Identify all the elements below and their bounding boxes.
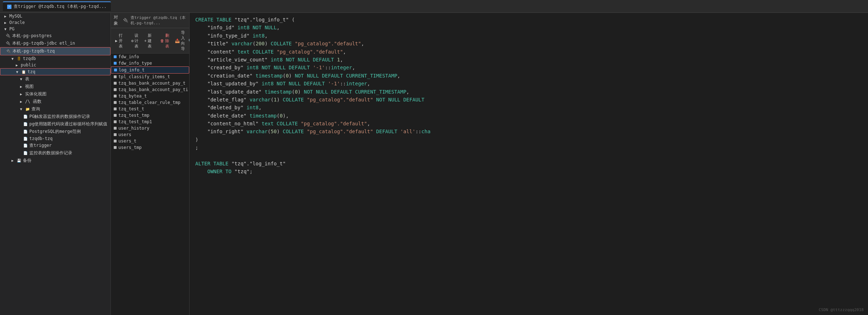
object-item-users-t[interactable]: users_t (111, 138, 189, 144)
query-icon-4: 📄 (23, 136, 28, 141)
sidebar-label-pg-tzqdb-jdbc: 本机-pg-tzqdb-jdbc etl_in (12, 40, 75, 46)
sidebar-label-query-4: tzqdb-tzq (29, 136, 53, 141)
sidebar-item-views[interactable]: ▶ 视图 (0, 83, 111, 90)
object-label-tzq-test-tmp1: tzq_test_tmp1 (118, 119, 152, 124)
sidebar-label-query-1: PG触发器监控表的数据操作记录 (29, 114, 90, 120)
sidebar-item-pg-tzqdb-tzq[interactable]: 🔌 本机-pg-tzqdb-tzq (0, 47, 111, 55)
sidebar-item-pg-postgres[interactable]: 🔌 本机-pg-postgres (0, 32, 111, 40)
query-icon-3: 📄 (23, 129, 28, 134)
sidebar-label-functions: /\ 函数 (25, 99, 41, 105)
object-item-fdw-info[interactable]: fdw_info (111, 54, 189, 60)
object-item-fdw-info-type[interactable]: fdw_info_type (111, 60, 189, 66)
design-label: 设计表 (134, 33, 138, 49)
sidebar-item-query-6[interactable]: 📄 监控表的数据操作记录 (0, 149, 111, 157)
new-table-button[interactable]: + 新建表 (142, 32, 154, 50)
queries-folder-icon: 📁 (25, 107, 30, 112)
delete-table-button[interactable]: 🗑 删除表 (158, 32, 171, 50)
object-item-user-history[interactable]: user_history (111, 125, 189, 131)
sidebar-label-tzqdb: tzqdb (23, 56, 36, 61)
query-icon-2: 📄 (23, 122, 28, 127)
sidebar-item-queries[interactable]: ▼ 📁 查询 (0, 105, 111, 113)
sidebar-item-query-3[interactable]: 📄 PostgreSQL的merge范例 (0, 128, 111, 135)
object-item-tzq-bytea-t[interactable]: tzq_bytea_t (111, 93, 189, 99)
object-item-tzq-test-tmp[interactable]: tzq_test_tmp (111, 112, 189, 119)
object-item-tzq-table-clear[interactable]: tzq_table_clear_rule_tmp (111, 99, 189, 106)
table-dot-tzq-test-t (114, 108, 117, 110)
sidebar-label-oracle: Oracle (9, 20, 25, 25)
object-label-tzq-bytea-t: tzq_bytea_t (118, 94, 147, 99)
collapse-icon-views: ▶ (19, 84, 24, 89)
object-item-users-tmp[interactable]: users_tmp (111, 144, 189, 151)
sidebar-label-pg: PG (9, 26, 14, 31)
sidebar-item-matviews[interactable]: ▶ 实体化视图 (0, 90, 111, 98)
backup-icon: 💾 (16, 158, 21, 163)
table-dot-tzq-bas-pay-ti (114, 88, 117, 91)
db-icon-tzqdb-tzq: 🔌 (6, 49, 11, 54)
sidebar-item-query-5[interactable]: 📄 查trigger (0, 142, 111, 149)
open-table-button[interactable]: ▶ 打开表 (113, 32, 125, 50)
sidebar-item-functions[interactable]: ▶ /\ 函数 (0, 98, 111, 105)
sidebar-label-tables: 表 (25, 76, 29, 82)
object-label-tzq-table-clear: tzq_table_clear_rule_tmp (118, 100, 180, 105)
top-bar: ⚡ 查trigger @tzqdb.tzq (本机-pg-tzqd... (0, 0, 868, 13)
object-label-users-tmp: users_tmp (118, 145, 142, 150)
expand-icon-queries: ▼ (19, 107, 24, 112)
object-label-users-t: users_t (118, 139, 137, 144)
sidebar-item-query-1[interactable]: 📄 PG触发器监控表的数据操作记录 (0, 113, 111, 120)
sidebar-item-pg-tzqdb-jdbc[interactable]: 🔌 本机-pg-tzqdb-jdbc etl_in (0, 40, 111, 47)
design-table-button[interactable]: ⚙ 设计表 (129, 32, 141, 50)
sidebar-item-public[interactable]: ▶ public (0, 62, 111, 68)
query-icon-1: 📄 (23, 114, 28, 119)
db-icon-header: 🔌 (123, 18, 128, 23)
query-icon-6: 📄 (23, 151, 28, 156)
expand-icon-pg: ▼ (3, 26, 8, 31)
table-dot-log-info-t (114, 69, 117, 71)
sidebar-item-tzqdb[interactable]: ▼ 🗄 tzqdb (0, 55, 111, 62)
watermark: CSDN @tttzzzqqq2018 (819, 308, 864, 312)
import-button[interactable]: 📥 导入向导 (173, 29, 187, 52)
code-panel[interactable]: CREATE TABLE "tzq"."log_info_t" ( "info_… (190, 13, 868, 315)
sidebar: ▶ MySQL ▶ Oracle ▼ PG 🔌 本机-pg-postgres 🔌… (0, 13, 111, 315)
active-tab[interactable]: ⚡ 查trigger @tzqdb.tzq (本机-pg-tzqd... (3, 1, 111, 11)
sidebar-item-query-4[interactable]: 📄 tzqdb-tzq (0, 135, 111, 142)
object-label-tzq-bas-pay-t: tzq_bas_bank_account_pay_t (118, 81, 186, 86)
object-item-users[interactable]: users (111, 131, 189, 138)
table-dot-fdw-info (114, 55, 117, 58)
new-label: 新建表 (148, 33, 152, 49)
sidebar-item-tables[interactable]: ▼ 表 (0, 75, 111, 83)
object-label-log-info-t: log_info_t (119, 68, 144, 72)
object-item-tzq-bas-pay-t[interactable]: tzq_bas_bank_account_pay_t (111, 80, 189, 86)
sidebar-item-pg[interactable]: ▼ PG (0, 26, 111, 32)
sidebar-item-tzq[interactable]: ▼ 📋 tzq (0, 68, 111, 75)
sidebar-label-views: 视图 (25, 84, 34, 90)
object-item-tzq-test-t[interactable]: tzq_test_t (111, 106, 189, 112)
import-label: 导入向导 (181, 30, 185, 51)
table-dot-users-tmp (114, 146, 117, 149)
sidebar-item-mysql[interactable]: ▶ MySQL (0, 13, 111, 19)
object-item-tzq-bas-pay-ti[interactable]: tzq_bas_bank_account_pay_ti (111, 86, 189, 93)
toolbar: ▶ 打开表 ⚙ 设计表 + 新建表 🗑 删除表 📥 导入向导 🔍 (111, 28, 189, 54)
object-label-tzq-test-t: tzq_test_t (118, 106, 144, 111)
sidebar-item-query-2[interactable]: 📄 pg使用随匿代码块通过标循环给序列赋值 (0, 120, 111, 128)
query-icon-5: 📄 (23, 143, 28, 148)
collapse-icon-oracle: ▶ (3, 20, 8, 25)
object-item-log-info-t[interactable]: log_info_t (111, 66, 189, 74)
sidebar-item-oracle[interactable]: ▶ Oracle (0, 19, 111, 26)
object-label-fdw-info-type: fdw_info_type (118, 61, 152, 66)
expand-icon-tzq: ▼ (15, 69, 20, 74)
sidebar-item-backup[interactable]: ▶ 💾 备份 (0, 157, 111, 164)
table-dot-users (114, 133, 117, 136)
object-panel: 对象 🔌 查trigger @tzqdb.tzq (本机-pg-tzqd... … (111, 13, 190, 315)
open-table-label: 打开表 (119, 33, 123, 49)
object-panel-tab-label: 查trigger @tzqdb.tzq (本机-pg-tzqd... (131, 15, 186, 26)
object-item-tzq-test-tmp1[interactable]: tzq_test_tmp1 (111, 119, 189, 125)
collapse-icon-public: ▶ (14, 62, 19, 68)
delete-icon: 🗑 (160, 39, 164, 43)
collapse-icon-backup: ▶ (10, 158, 15, 163)
db-icon-tzqdb: 🗄 (16, 56, 21, 61)
object-item-tpl[interactable]: tpl_classify_items_t (111, 74, 189, 80)
table-dot-tzq-test-tmp1 (114, 120, 117, 123)
main-layout: ▶ MySQL ▶ Oracle ▼ PG 🔌 本机-pg-postgres 🔌… (0, 13, 868, 315)
collapse-icon-matviews: ▶ (19, 92, 24, 97)
object-panel-label: 对象 (114, 14, 119, 26)
